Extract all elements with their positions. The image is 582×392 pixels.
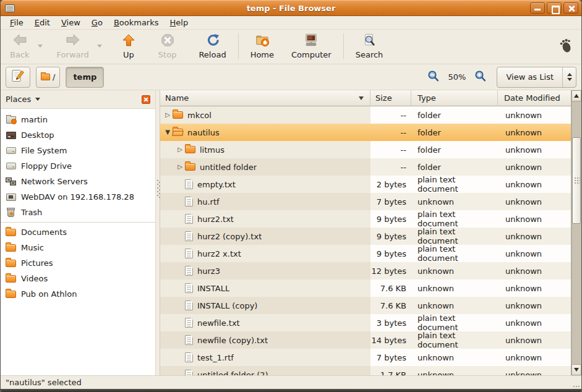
file-name-cell[interactable]: hurz2 (copy).txt <box>160 228 370 245</box>
scroll-down-button[interactable] <box>571 364 581 375</box>
menu-item-bookmarks[interactable]: Bookmarks <box>108 17 165 28</box>
file-name-cell[interactable]: hu.rtf <box>160 193 370 210</box>
sidebar-item-documents[interactable]: Documents <box>1 224 155 240</box>
sidebar-item-trash[interactable]: Trash <box>1 205 155 220</box>
menu-item-go[interactable]: Go <box>86 17 108 28</box>
home-folder-icon <box>6 116 16 124</box>
view-as-selector[interactable]: View as List <box>497 67 576 88</box>
maximize-button[interactable] <box>547 2 562 14</box>
menu-item-edit[interactable]: Edit <box>29 17 56 28</box>
window-menu-icon[interactable] <box>5 4 15 12</box>
sidebar-item-desktop[interactable]: Desktop <box>1 127 155 143</box>
search-button[interactable]: Search <box>350 32 389 61</box>
table-row[interactable]: test_1.rtf 7 bytes unknown unknown <box>160 349 571 366</box>
text-icon <box>185 318 193 328</box>
home-button[interactable]: Home <box>245 32 280 61</box>
collapsed-expander-icon[interactable]: ▷ <box>175 141 185 158</box>
sidebar-item-floppy-drive[interactable]: Floppy Drive <box>1 158 155 174</box>
sidebar-item-network-servers[interactable]: Network Servers <box>1 174 155 189</box>
collapsed-expander-icon[interactable]: ▷ <box>163 106 173 124</box>
reload-button[interactable]: Reload <box>193 32 231 61</box>
table-row[interactable]: INSTALL 7.6 KB unknown unknown <box>160 279 571 297</box>
table-row[interactable]: INSTALL (copy) 7.6 KB unknown unknown <box>160 297 571 314</box>
table-row[interactable]: ▷ litmus -- folder unknown <box>160 141 571 158</box>
vertical-scrollbar[interactable] <box>571 90 581 375</box>
sidebar-item-videos[interactable]: Videos <box>1 271 155 286</box>
file-type-cell: folder <box>411 141 498 158</box>
spinner-arrows-icon[interactable] <box>562 67 576 87</box>
file-type-cell: folder <box>411 124 498 141</box>
file-name-cell[interactable]: newfile (copy).txt <box>160 331 370 349</box>
titlebar[interactable]: temp - File Browser <box>1 0 581 16</box>
column-header-type[interactable]: Type <box>411 90 498 106</box>
splitter-grip-icon <box>157 180 158 181</box>
column-header-name[interactable]: Name <box>160 90 370 106</box>
forward-button[interactable]: Forward <box>51 32 95 61</box>
path-button-temp[interactable]: temp <box>66 67 104 88</box>
file-name-cell[interactable]: INSTALL <box>160 279 370 297</box>
minimize-button[interactable] <box>530 2 545 14</box>
table-row[interactable]: hurz2 (copy).txt 9 bytes plain text docu… <box>160 228 571 245</box>
file-name-cell[interactable]: untitled folder (2) <box>160 366 370 375</box>
back-button[interactable]: Back <box>4 32 35 61</box>
file-name-cell[interactable]: test_1.rtf <box>160 349 370 366</box>
computer-button[interactable]: Computer <box>286 32 337 61</box>
close-button[interactable] <box>563 2 578 14</box>
zoom-out-button[interactable] <box>427 70 440 85</box>
scrollbar-trough[interactable] <box>571 101 581 364</box>
forward-dropdown-caret[interactable] <box>95 36 105 57</box>
table-row[interactable]: newfile (copy).txt 14 bytes plain text d… <box>160 331 571 349</box>
table-row[interactable]: hu.rtf 7 bytes unknown unknown <box>160 193 571 210</box>
file-name-cell[interactable]: ▷ litmus <box>160 141 370 158</box>
file-name-cell[interactable]: hurz3 <box>160 262 370 279</box>
edit-location-button[interactable] <box>6 67 30 88</box>
file-type-cell: plain text document <box>411 228 498 245</box>
collapsed-expander-icon[interactable]: ▷ <box>175 158 185 176</box>
table-row[interactable]: untitled folder (2) 1.7 KB unknown unkno… <box>160 366 571 375</box>
table-row[interactable]: hurz3 12 bytes unknown unknown <box>160 262 571 279</box>
up-button[interactable]: Up <box>116 32 142 61</box>
table-row[interactable]: newfile.txt 3 bytes plain text document … <box>160 314 571 331</box>
scrollbar-thumb[interactable] <box>572 137 581 224</box>
back-dropdown-caret[interactable] <box>35 36 45 57</box>
places-dropdown[interactable]: Places <box>6 95 40 104</box>
root-folder-button[interactable]: / <box>36 67 60 88</box>
file-name-cell[interactable]: ▼ nautilus <box>160 124 370 141</box>
scroll-up-button[interactable] <box>571 90 581 101</box>
expanded-expander-icon[interactable]: ▼ <box>163 124 173 141</box>
file-name-cell[interactable]: ▷ mkcol <box>160 106 370 124</box>
table-row[interactable]: ▼ nautilus -- folder unknown <box>160 124 571 141</box>
sidebar-item-music[interactable]: Music <box>1 240 155 255</box>
home-icon <box>255 33 270 49</box>
file-name-cell[interactable]: INSTALL (copy) <box>160 297 370 314</box>
file-name-cell[interactable]: hurz2.txt <box>160 210 370 228</box>
file-rows: ▷ mkcol -- folder unknown ▼ nautilus -- … <box>160 106 571 375</box>
column-header-size[interactable]: Size <box>370 90 411 106</box>
sidebar-item-pub-on-athlon[interactable]: Pub on Athlon <box>1 286 155 302</box>
zoom-in-button[interactable] <box>474 70 487 85</box>
text-icon <box>185 197 193 207</box>
table-row[interactable]: empty.txt 2 bytes plain text document un… <box>160 176 571 193</box>
sidebar-item-martin[interactable]: martin <box>1 112 155 127</box>
menu-item-file[interactable]: File <box>4 17 29 28</box>
menu-item-view[interactable]: View <box>56 17 86 28</box>
file-name-cell[interactable]: hurz2 x.txt <box>160 245 370 262</box>
sidebar-separator <box>1 222 155 223</box>
resize-grip[interactable] <box>578 386 580 387</box>
table-row[interactable]: hurz2.txt 9 bytes plain text document un… <box>160 210 571 228</box>
table-row[interactable]: hurz2 x.txt 9 bytes plain text document … <box>160 245 571 262</box>
file-name-cell[interactable]: newfile.txt <box>160 314 370 331</box>
column-header-date-modified[interactable]: Date Modified <box>498 90 571 106</box>
file-name-cell[interactable]: ▷ untitled folder <box>160 158 370 176</box>
close-sidebar-icon[interactable] <box>142 95 150 104</box>
file-date-cell: unknown <box>498 141 571 158</box>
sidebar-item-file-system[interactable]: File System <box>1 143 155 158</box>
sidebar-item-webdav-on-192-168-178-28[interactable]: WebDAV on 192.168.178.28 <box>1 189 155 205</box>
table-row[interactable]: ▷ untitled folder -- folder unknown <box>160 158 571 176</box>
menu-item-help[interactable]: Help <box>165 17 194 28</box>
stop-button[interactable]: Stop <box>153 32 182 61</box>
pane-splitter[interactable] <box>155 90 160 375</box>
file-name-cell[interactable]: empty.txt <box>160 176 370 193</box>
sidebar-item-pictures[interactable]: Pictures <box>1 255 155 271</box>
table-row[interactable]: ▷ mkcol -- folder unknown <box>160 106 571 124</box>
